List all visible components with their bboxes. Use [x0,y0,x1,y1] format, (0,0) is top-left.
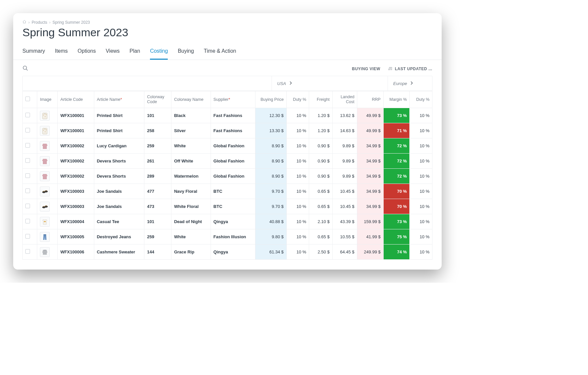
cell-duty2[interactable]: 10 % [410,108,432,123]
tab-plan[interactable]: Plan [130,45,140,60]
table-row[interactable]: WFX100003Joe Sandals477Navy FloralBTC9.7… [23,184,432,199]
search-icon[interactable] [22,65,28,72]
row-checkbox[interactable] [23,154,37,169]
col-duty[interactable]: Duty % [286,91,309,108]
cell-duty2[interactable]: 10 % [410,214,432,229]
cell-freight[interactable]: 1.20 $ [309,123,333,138]
col-article-name[interactable]: Article Name* [94,91,144,108]
cell-duty[interactable]: 10 % [286,245,309,260]
table-row[interactable]: WFX100001Printed Shirt101BlackFast Fashi… [23,108,432,123]
cell-freight[interactable]: 0.65 $ [309,199,333,214]
col-duty2[interactable]: Duty % [410,91,432,108]
row-thumbnail[interactable] [37,108,58,123]
cell-duty2[interactable]: 10 % [410,123,432,138]
cell-buying-price[interactable]: 8.90 $ [255,138,286,154]
row-checkbox[interactable] [23,229,37,245]
cell-buying-price[interactable]: 9.70 $ [255,199,286,214]
cell-freight[interactable]: 0.90 $ [309,138,333,154]
col-image[interactable]: Image [37,91,58,108]
col-margin[interactable]: Margin % [383,91,410,108]
table-row[interactable]: WFX100002Devera Shorts261Off WhiteGlobal… [23,154,432,169]
cell-rrp[interactable]: 34.99 $ [357,154,384,169]
col-buying-price[interactable]: Buying Price [255,91,286,108]
row-checkbox[interactable] [23,138,37,154]
col-landed-cost[interactable]: Landed Cost [332,91,357,108]
cell-duty[interactable]: 10 % [286,214,309,229]
cell-freight[interactable]: 0.90 $ [309,154,333,169]
row-checkbox[interactable] [23,199,37,214]
cell-rrp[interactable]: 34.99 $ [357,138,384,154]
col-rrp[interactable]: RRP [357,91,384,108]
breadcrumb-products[interactable]: Products [32,20,47,25]
tab-time-action[interactable]: Time & Action [204,45,236,60]
col-freight[interactable]: Freight [309,91,333,108]
col-supplier[interactable]: Supplier* [211,91,255,108]
cell-buying-price[interactable]: 8.90 $ [255,154,286,169]
row-thumbnail[interactable] [37,229,58,245]
row-thumbnail[interactable] [37,138,58,154]
cell-duty[interactable]: 10 % [286,123,309,138]
cell-buying-price[interactable]: 61.34 $ [255,245,286,260]
cell-duty[interactable]: 10 % [286,199,309,214]
col-article-code[interactable]: Article Code [58,91,94,108]
cell-rrp[interactable]: 34.99 $ [357,169,384,184]
cell-buying-price[interactable]: 40.88 $ [255,214,286,229]
row-thumbnail[interactable] [37,245,58,260]
cell-duty[interactable]: 10 % [286,169,309,184]
cell-rrp[interactable]: 49.99 $ [357,123,384,138]
row-thumbnail[interactable] [37,154,58,169]
col-colorway-name[interactable]: Colorway Name [171,91,211,108]
row-thumbnail[interactable] [37,123,58,138]
cell-freight[interactable]: 2.50 $ [309,245,333,260]
row-checkbox[interactable] [23,214,37,229]
cell-duty2[interactable]: 10 % [410,199,432,214]
table-row[interactable]: WFX100002Lucy Cardigan259WhiteGlobal Fas… [23,138,432,154]
cell-freight[interactable]: 0.90 $ [309,169,333,184]
cell-duty[interactable]: 10 % [286,108,309,123]
last-updated-sort[interactable]: LAST UPDATED … [388,66,432,72]
cell-buying-price[interactable]: 9.80 $ [255,229,286,245]
row-checkbox[interactable] [23,245,37,260]
tab-views[interactable]: Views [106,45,120,60]
row-checkbox[interactable] [23,108,37,123]
row-checkbox[interactable] [23,123,37,138]
table-row[interactable]: WFX100001Printed Shirt258SilverFast Fash… [23,123,432,138]
cell-duty2[interactable]: 10 % [410,229,432,245]
buying-view-button[interactable]: BUYING VIEW [352,67,380,71]
cell-duty[interactable]: 10 % [286,229,309,245]
table-row[interactable]: WFX100003Joe Sandals473White FloralBTC9.… [23,199,432,214]
table-row[interactable]: WFX100002Devera Shorts289WatermelonGloba… [23,169,432,184]
table-row[interactable]: WFX100006Cashmere Sweater144Grace RipQin… [23,245,432,260]
cell-duty2[interactable]: 10 % [410,184,432,199]
row-thumbnail[interactable] [37,214,58,229]
cell-freight[interactable]: 2.10 $ [309,214,333,229]
cell-duty[interactable]: 10 % [286,154,309,169]
cell-buying-price[interactable]: 13.30 $ [255,123,286,138]
cell-buying-price[interactable]: 8.90 $ [255,169,286,184]
col-colorway-code[interactable]: Colorway Code [144,91,171,108]
cell-duty2[interactable]: 10 % [410,245,432,260]
cell-duty2[interactable]: 10 % [410,169,432,184]
row-thumbnail[interactable] [37,199,58,214]
cell-duty2[interactable]: 10 % [410,154,432,169]
tab-buying[interactable]: Buying [178,45,194,60]
cell-duty[interactable]: 10 % [286,184,309,199]
cell-rrp[interactable]: 159.99 $ [357,214,384,229]
cell-duty[interactable]: 10 % [286,138,309,154]
tab-items[interactable]: Items [55,45,68,60]
row-thumbnail[interactable] [37,169,58,184]
tab-summary[interactable]: Summary [22,45,45,60]
tab-options[interactable]: Options [78,45,96,60]
table-row[interactable]: WFX100005Destroyed Jeans259WhiteFashion … [23,229,432,245]
cell-freight[interactable]: 0.65 $ [309,184,333,199]
row-thumbnail[interactable] [37,184,58,199]
row-checkbox[interactable] [23,184,37,199]
breadcrumb-season[interactable]: Spring Summer 2023 [52,20,90,25]
cell-buying-price[interactable]: 9.70 $ [255,184,286,199]
cell-rrp[interactable]: 249.99 $ [357,245,384,260]
cell-duty2[interactable]: 10 % [410,138,432,154]
region-usa[interactable]: USA [272,76,388,91]
home-icon[interactable] [22,20,26,25]
cell-buying-price[interactable]: 12.30 $ [255,108,286,123]
cell-rrp[interactable]: 49.99 $ [357,108,384,123]
